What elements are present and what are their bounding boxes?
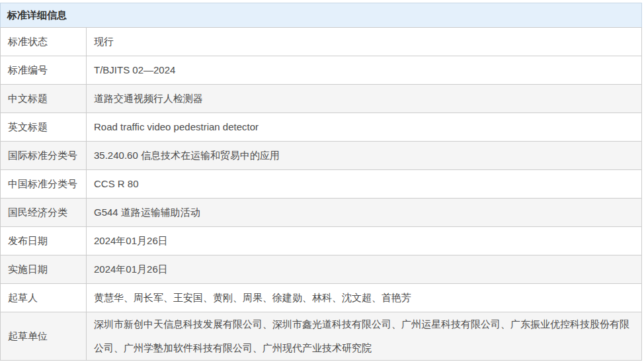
row-value: CCS R 80	[87, 170, 642, 199]
row-label: 标准编号	[1, 56, 87, 85]
row-label: 英文标题	[1, 113, 87, 142]
row-value: 2024年01月26日	[87, 227, 642, 255]
table-row: 中国标准分类号 CCS R 80	[1, 170, 642, 199]
row-value: T/BJITS 02—2024	[87, 56, 642, 85]
standard-info-table: 标准状态 现行 标准编号 T/BJITS 02—2024 中文标题 道路交通视频…	[0, 28, 642, 361]
panel-title: 标准详细信息	[0, 3, 642, 28]
row-label: 国民经济分类	[1, 199, 87, 227]
row-value: Road traffic video pedestrian detector	[87, 113, 642, 142]
standard-detail-panel: 标准详细信息 标准状态 现行 标准编号 T/BJITS 02—2024 中文标题…	[0, 3, 642, 361]
table-row: 起草人 黄慧华、周长军、王安国、黄刚、周果、徐建勋、林科、沈文超、首艳芳	[1, 284, 642, 312]
row-label: 起草人	[1, 284, 87, 312]
table-row: 起草单位 深圳市新创中天信息科技发展有限公司、深圳市鑫光道科技有限公司、广州运星…	[1, 312, 642, 361]
row-label: 国际标准分类号	[1, 142, 87, 170]
table-row: 标准状态 现行	[1, 28, 642, 56]
row-value: 黄慧华、周长军、王安国、黄刚、周果、徐建勋、林科、沈文超、首艳芳	[87, 284, 642, 312]
table-row: 中文标题 道路交通视频行人检测器	[1, 85, 642, 113]
row-value: 道路交通视频行人检测器	[87, 85, 642, 113]
table-row: 实施日期 2024年01月26日	[1, 255, 642, 284]
table-row: 国民经济分类 G544 道路运输辅助活动	[1, 199, 642, 227]
row-label: 实施日期	[1, 255, 87, 284]
table-row: 发布日期 2024年01月26日	[1, 227, 642, 255]
row-label: 中国标准分类号	[1, 170, 87, 199]
row-value: 现行	[87, 28, 642, 56]
row-value: 35.240.60 信息技术在运输和贸易中的应用	[87, 142, 642, 170]
table-row: 国际标准分类号 35.240.60 信息技术在运输和贸易中的应用	[1, 142, 642, 170]
row-label: 发布日期	[1, 227, 87, 255]
row-label: 标准状态	[1, 28, 87, 56]
table-row: 英文标题 Road traffic video pedestrian detec…	[1, 113, 642, 142]
standard-info-table-body: 标准状态 现行 标准编号 T/BJITS 02—2024 中文标题 道路交通视频…	[1, 28, 642, 361]
table-row: 标准编号 T/BJITS 02—2024	[1, 56, 642, 85]
row-value: 深圳市新创中天信息科技发展有限公司、深圳市鑫光道科技有限公司、广州运星科技有限公…	[87, 312, 642, 361]
row-value: 2024年01月26日	[87, 255, 642, 284]
row-label: 起草单位	[1, 312, 87, 361]
row-label: 中文标题	[1, 85, 87, 113]
row-value: G544 道路运输辅助活动	[87, 199, 642, 227]
